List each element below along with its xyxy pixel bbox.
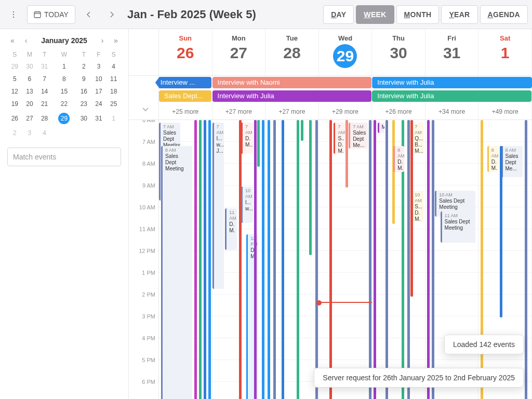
event-bar[interactable] <box>427 120 430 399</box>
day-header[interactable]: Wed29 <box>319 29 373 75</box>
mini-cal-day[interactable] <box>91 127 107 139</box>
mini-cal-day[interactable]: 1 <box>52 60 76 73</box>
mini-cal-day[interactable]: 4 <box>37 127 52 139</box>
event-bar[interactable] <box>392 120 395 224</box>
mini-cal-day[interactable]: 10 <box>91 73 107 85</box>
event-bar[interactable] <box>204 120 206 399</box>
timed-event[interactable]: 8 AMD. M. <box>393 146 404 172</box>
today-button[interactable]: TODAY <box>27 5 75 24</box>
event-bar[interactable] <box>369 120 371 399</box>
more-events[interactable]: +29 more <box>319 105 373 118</box>
mini-cal-day[interactable] <box>106 127 121 139</box>
more-events[interactable]: +25 more <box>159 105 212 118</box>
day-header[interactable]: Thu30 <box>372 29 425 75</box>
tab-agenda[interactable]: AGENDA <box>480 5 528 24</box>
event-bar[interactable] <box>407 120 410 399</box>
mini-cal-day[interactable]: 13 <box>22 85 37 98</box>
mini-cal-day[interactable]: 3 <box>91 60 107 73</box>
allday-expand[interactable] <box>141 105 150 113</box>
event-bar[interactable] <box>194 120 197 399</box>
event-bar[interactable] <box>385 120 388 399</box>
event-bar[interactable] <box>268 120 270 399</box>
mini-cal-day[interactable]: 20 <box>22 98 37 110</box>
allday-event[interactable]: Interview with Julia <box>372 90 531 102</box>
mini-cal-day[interactable]: 31 <box>37 60 52 73</box>
mc-next-month[interactable]: › <box>97 35 108 46</box>
mini-cal-day[interactable]: 6 <box>22 73 37 85</box>
allday-event[interactable]: Interview ... <box>155 77 211 88</box>
event-bar[interactable] <box>297 120 299 399</box>
mini-cal-day[interactable]: 4 <box>106 60 121 73</box>
timed-event[interactable]: 8 AMD. M. <box>487 146 499 172</box>
more-events[interactable]: +26 more <box>372 105 425 118</box>
mini-cal-day[interactable]: 5 <box>7 73 22 85</box>
mc-prev-month[interactable]: ‹ <box>21 35 31 46</box>
timed-event[interactable]: 7 AMD. M... <box>241 123 253 154</box>
day-header[interactable]: Sun26 <box>159 29 212 75</box>
event-bar[interactable] <box>257 120 260 167</box>
mini-cal-day[interactable]: 28 <box>37 110 52 127</box>
event-bar[interactable] <box>329 120 332 399</box>
event-bar[interactable] <box>309 120 312 255</box>
timed-event[interactable]: 10 AMI... w... <box>241 187 253 223</box>
tab-month[interactable]: MONTH <box>396 5 440 24</box>
mc-next-year[interactable]: » <box>111 35 121 46</box>
timed-event[interactable]: 11 AMSales Dept Meeting <box>441 211 476 243</box>
mini-cal-day[interactable]: 26 <box>7 110 22 127</box>
event-bar[interactable] <box>262 120 264 399</box>
event-bar[interactable] <box>273 120 276 399</box>
event-bar[interactable] <box>315 120 318 399</box>
day-header[interactable]: Fri31 <box>425 29 479 75</box>
mini-cal-day[interactable]: 30 <box>22 60 37 73</box>
next-button[interactable] <box>102 5 121 24</box>
day-header[interactable]: Tue28 <box>265 29 319 75</box>
mini-cal-day[interactable] <box>52 127 76 139</box>
mini-cal-day[interactable]: 25 <box>106 98 121 110</box>
mc-prev-year[interactable]: « <box>7 35 18 46</box>
mini-cal-day[interactable]: 9 <box>76 73 91 85</box>
event-bar[interactable] <box>345 120 348 188</box>
tab-year[interactable]: YEAR <box>441 5 477 24</box>
mini-cal-day[interactable]: 7 <box>37 73 52 85</box>
more-events[interactable]: +34 more <box>425 105 479 118</box>
mini-cal-day[interactable]: 3 <box>22 127 37 139</box>
mini-cal-day[interactable]: 22 <box>52 98 76 110</box>
mini-cal-day[interactable]: 14 <box>37 85 52 98</box>
event-bar[interactable] <box>282 120 284 399</box>
timed-event[interactable]: 8 AMSales Dept Me... <box>501 146 523 177</box>
timed-event[interactable]: 7 AMSales Dept Me... <box>349 123 368 149</box>
mini-cal-day[interactable]: 1 <box>106 110 121 127</box>
tab-week[interactable]: WEEK <box>356 5 394 24</box>
event-bar[interactable] <box>481 120 483 399</box>
event-bar[interactable] <box>500 146 502 317</box>
event-bar[interactable] <box>199 120 202 399</box>
mini-cal-day[interactable]: 2 <box>7 127 22 139</box>
mini-cal-day[interactable]: 23 <box>76 98 91 110</box>
search-input[interactable] <box>7 148 121 166</box>
tab-day[interactable]: DAY <box>323 5 354 24</box>
menu-button[interactable] <box>4 5 23 24</box>
prev-button[interactable] <box>79 5 98 24</box>
mini-cal-day[interactable]: 17 <box>91 85 107 98</box>
timed-event[interactable]: 8 AMSales Dept Meeting <box>161 146 192 399</box>
mini-cal-day[interactable] <box>76 127 91 139</box>
allday-event[interactable]: Sales Dept... <box>159 90 211 102</box>
more-events[interactable]: +27 more <box>212 105 266 118</box>
allday-event[interactable]: Interview with Naomi <box>212 77 371 88</box>
timed-event[interactable]: 7 AMS.. D. M. <box>334 123 345 154</box>
mini-cal-day[interactable]: 12 <box>7 85 22 98</box>
allday-event[interactable]: Interview with Julia <box>212 90 371 102</box>
mini-cal-day[interactable]: 18 <box>106 85 121 98</box>
mini-cal-day[interactable]: 21 <box>37 98 52 110</box>
mini-cal-day[interactable]: 15 <box>52 85 76 98</box>
event-bar[interactable] <box>374 120 376 399</box>
mini-cal-day[interactable]: 27 <box>22 110 37 127</box>
timed-event[interactable]: 7 AMI... w... J... <box>212 123 224 289</box>
mini-cal-day[interactable]: 2 <box>76 60 91 73</box>
mini-cal-day[interactable]: 30 <box>76 110 91 127</box>
event-bar[interactable] <box>239 120 242 399</box>
mini-cal-day[interactable]: 16 <box>76 85 91 98</box>
mini-cal-day[interactable]: 24 <box>91 98 107 110</box>
allday-event[interactable]: Interview with Julia <box>372 77 532 88</box>
day-header[interactable]: Sat1 <box>478 29 532 75</box>
